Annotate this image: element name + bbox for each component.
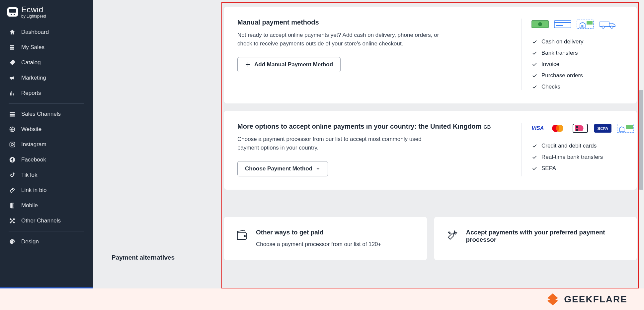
- check-icon: [531, 154, 537, 160]
- sidebar-item-label: Link in bio: [21, 187, 47, 194]
- mobile-icon: [9, 202, 16, 209]
- svg-point-28: [576, 129, 578, 131]
- sidebar-item-mobile[interactable]: Mobile: [0, 198, 93, 213]
- sidebar-item-label: Other Channels: [21, 217, 61, 224]
- sidebar-item-my-sales[interactable]: My Sales: [0, 40, 93, 55]
- ideal-icon: [572, 123, 589, 134]
- sidebar-item-label: Instagram: [21, 141, 46, 148]
- channels-icon: [9, 110, 16, 118]
- feature-item: Bank transfers: [531, 50, 623, 56]
- scrollbar-thumb[interactable]: [639, 90, 643, 190]
- chevron-down-icon: [316, 166, 320, 171]
- sidebar-item-label: TikTok: [21, 172, 38, 178]
- svg-point-34: [244, 235, 245, 236]
- sidebar: Ecwid by Lightspeed Dashboard My Sales C…: [0, 0, 93, 288]
- other-icon: [9, 217, 16, 224]
- feature-item: Invoice: [531, 61, 623, 68]
- truck-icon: [599, 19, 616, 30]
- online-payment-card: More options to accept online payments i…: [224, 111, 637, 190]
- feature-item: Cash on delivery: [531, 38, 623, 45]
- sidebar-item-reports[interactable]: Reports: [0, 86, 93, 101]
- svg-point-3: [14, 143, 14, 143]
- svg-point-24: [611, 26, 613, 29]
- svg-rect-17: [554, 21, 571, 28]
- svg-rect-22: [600, 22, 609, 27]
- sidebar-item-label: Marketing: [21, 75, 46, 81]
- footer-watermark: GEEKFLARE: [0, 288, 644, 310]
- feature-item: Credit and debit cards: [531, 143, 623, 149]
- scrollbar[interactable]: [638, 0, 644, 288]
- megaphone-icon: [9, 74, 16, 82]
- sidebar-item-facebook[interactable]: Facebook: [0, 152, 93, 167]
- tiktok-icon: [9, 171, 16, 179]
- geekflare-logo-icon: [546, 293, 559, 306]
- sidebar-item-design[interactable]: Design: [0, 234, 93, 249]
- bank-card-icon: [554, 19, 571, 30]
- choose-payment-method-button[interactable]: Choose Payment Method: [237, 161, 328, 176]
- svg-rect-6: [11, 203, 13, 208]
- feature-item: Purchase orders: [531, 72, 623, 79]
- sidebar-item-instagram[interactable]: Instagram: [0, 137, 93, 152]
- check-icon: [531, 143, 537, 149]
- sidebar-item-marketing[interactable]: Marketing: [0, 70, 93, 86]
- country-code: GB: [483, 124, 491, 130]
- chart-icon: [9, 90, 16, 97]
- svg-point-23: [602, 26, 604, 29]
- svg-rect-29: [576, 126, 578, 128]
- svg-point-12: [11, 240, 12, 240]
- check-icon: [531, 39, 537, 45]
- sidebar-item-tiktok[interactable]: TikTok: [0, 167, 93, 183]
- mastercard-icon: [549, 123, 566, 134]
- sidebar-item-label: Dashboard: [21, 29, 49, 35]
- card-description: Not ready to accept online payments yet?…: [237, 31, 443, 48]
- sidebar-item-label: Reports: [21, 90, 41, 96]
- sidebar-item-sales-channels[interactable]: Sales Channels: [0, 106, 93, 122]
- feature-list: Credit and debit cards Real-time bank tr…: [531, 143, 623, 172]
- sidebar-item-catalog[interactable]: Catalog: [0, 55, 93, 70]
- svg-rect-33: [626, 125, 633, 129]
- visa-icon: VISA: [531, 123, 544, 134]
- alt-card-description: Choose a payment processor from our list…: [256, 240, 381, 249]
- sales-icon: [9, 44, 16, 51]
- sidebar-item-other-channels[interactable]: Other Channels: [0, 213, 93, 228]
- wallet-icon: [235, 229, 249, 242]
- button-label: Add Manual Payment Method: [254, 61, 333, 68]
- sidebar-item-link-in-bio[interactable]: Link in bio: [0, 183, 93, 198]
- sidebar-item-website[interactable]: Website: [0, 122, 93, 137]
- feature-item: Real-time bank transfers: [531, 154, 623, 160]
- feature-list: Cash on delivery Bank transfers Invoice …: [531, 38, 623, 90]
- sepa-icon: S€PA: [594, 123, 611, 134]
- facebook-icon: [9, 156, 16, 163]
- feature-item: SEPA: [531, 165, 623, 172]
- sidebar-nav: Dashboard My Sales Catalog Marketing Rep…: [0, 25, 93, 249]
- link-icon: [9, 187, 16, 194]
- feature-item: Checks: [531, 84, 623, 90]
- other-ways-card[interactable]: Other ways to get paid Choose a payment …: [224, 217, 427, 261]
- svg-point-14: [13, 241, 14, 242]
- svg-point-2: [11, 143, 14, 146]
- button-label: Choose Payment Method: [245, 165, 312, 172]
- sidebar-item-label: Mobile: [21, 202, 38, 209]
- ecwid-logo-icon: [7, 7, 18, 17]
- home-icon: [9, 29, 16, 36]
- manual-payment-card: Manual payment methods Not ready to acce…: [224, 7, 637, 103]
- preferred-processor-card[interactable]: Accept payments with your preferred paym…: [434, 217, 637, 261]
- svg-text:S€PA: S€PA: [598, 126, 609, 131]
- brand-logo[interactable]: Ecwid by Lightspeed: [0, 3, 93, 25]
- sidebar-item-label: Catalog: [21, 59, 41, 66]
- footer-brand-text: GEEKFLARE: [564, 294, 627, 305]
- alt-card-title: Other ways to get paid: [256, 229, 381, 236]
- add-manual-payment-button[interactable]: Add Manual Payment Method: [237, 57, 341, 72]
- check-icon: [531, 73, 537, 79]
- payment-icons-row: [531, 19, 623, 30]
- tag-icon: [9, 59, 16, 66]
- instagram-icon: [9, 141, 16, 148]
- sidebar-item-label: Website: [21, 126, 41, 133]
- sidebar-item-dashboard[interactable]: Dashboard: [0, 25, 93, 40]
- sidebar-item-label: My Sales: [21, 44, 44, 51]
- alt-card-title: Accept payments with your preferred paym…: [466, 229, 626, 243]
- sidebar-item-label: Design: [21, 238, 39, 245]
- svg-rect-21: [587, 21, 593, 25]
- check-icon: [531, 84, 537, 90]
- check-icon: [531, 61, 537, 67]
